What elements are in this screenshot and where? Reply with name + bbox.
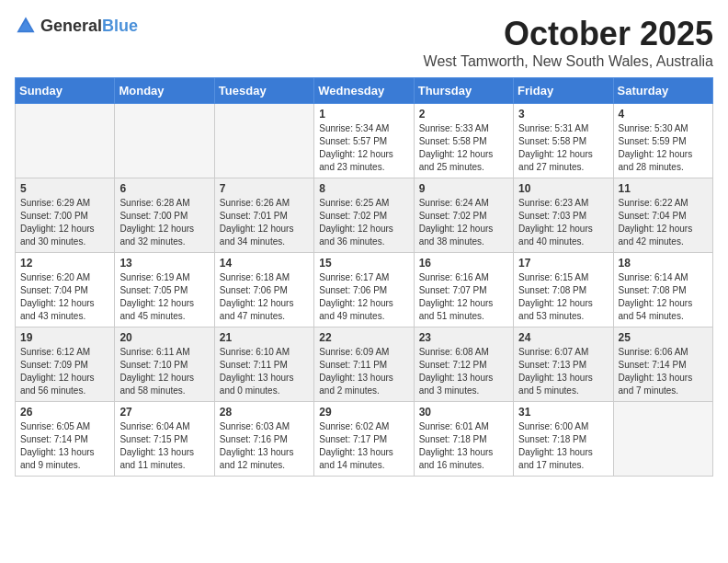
calendar-week-row: 26Sunrise: 6:05 AM Sunset: 7:14 PM Dayli… xyxy=(16,402,713,477)
calendar-cell: 17Sunrise: 6:15 AM Sunset: 7:08 PM Dayli… xyxy=(514,253,613,327)
day-number: 24 xyxy=(518,331,608,344)
day-number: 17 xyxy=(518,257,608,270)
calendar-cell: 5Sunrise: 6:29 AM Sunset: 7:00 PM Daylig… xyxy=(16,178,115,253)
weekday-header-friday: Friday xyxy=(514,78,613,104)
calendar-cell: 18Sunrise: 6:14 AM Sunset: 7:08 PM Dayli… xyxy=(613,253,712,327)
calendar-cell: 23Sunrise: 6:08 AM Sunset: 7:12 PM Dayli… xyxy=(414,327,513,402)
month-title: October 2025 xyxy=(424,15,713,53)
weekday-header-thursday: Thursday xyxy=(414,78,513,104)
day-info: Sunrise: 6:29 AM Sunset: 7:00 PM Dayligh… xyxy=(20,197,109,248)
logo-general: General xyxy=(40,17,102,35)
day-info: Sunrise: 5:30 AM Sunset: 5:59 PM Dayligh… xyxy=(619,122,708,174)
day-number: 18 xyxy=(619,257,708,270)
day-info: Sunrise: 6:18 AM Sunset: 7:06 PM Dayligh… xyxy=(220,271,309,323)
calendar-cell: 6Sunrise: 6:28 AM Sunset: 7:00 PM Daylig… xyxy=(115,178,214,253)
calendar-cell: 26Sunrise: 6:05 AM Sunset: 7:14 PM Dayli… xyxy=(16,402,115,477)
calendar-cell xyxy=(16,104,115,178)
calendar-week-row: 1Sunrise: 5:34 AM Sunset: 5:57 PM Daylig… xyxy=(16,104,713,178)
calendar-cell: 10Sunrise: 6:23 AM Sunset: 7:03 PM Dayli… xyxy=(514,178,613,253)
weekday-header-tuesday: Tuesday xyxy=(214,78,313,104)
weekday-header-row: SundayMondayTuesdayWednesdayThursdayFrid… xyxy=(16,78,713,104)
calendar-cell: 13Sunrise: 6:19 AM Sunset: 7:05 PM Dayli… xyxy=(115,253,214,327)
day-number: 29 xyxy=(319,406,408,419)
day-info: Sunrise: 6:26 AM Sunset: 7:01 PM Dayligh… xyxy=(220,197,309,248)
day-info: Sunrise: 6:03 AM Sunset: 7:16 PM Dayligh… xyxy=(220,420,309,472)
calendar-cell: 30Sunrise: 6:01 AM Sunset: 7:18 PM Dayli… xyxy=(414,402,513,477)
day-info: Sunrise: 6:14 AM Sunset: 7:08 PM Dayligh… xyxy=(619,271,708,323)
day-number: 10 xyxy=(518,182,608,195)
day-info: Sunrise: 6:15 AM Sunset: 7:08 PM Dayligh… xyxy=(518,271,608,323)
calendar-cell: 11Sunrise: 6:22 AM Sunset: 7:04 PM Dayli… xyxy=(613,178,712,253)
day-number: 22 xyxy=(319,331,408,344)
calendar-week-row: 12Sunrise: 6:20 AM Sunset: 7:04 PM Dayli… xyxy=(16,253,713,327)
calendar-table: SundayMondayTuesdayWednesdayThursdayFrid… xyxy=(15,77,713,477)
logo-blue: Blue xyxy=(102,17,138,35)
day-number: 9 xyxy=(419,182,508,195)
calendar-cell: 29Sunrise: 6:02 AM Sunset: 7:17 PM Dayli… xyxy=(314,402,414,477)
day-info: Sunrise: 6:02 AM Sunset: 7:17 PM Dayligh… xyxy=(319,420,408,472)
day-number: 2 xyxy=(419,108,508,121)
calendar-cell: 3Sunrise: 5:31 AM Sunset: 5:58 PM Daylig… xyxy=(514,104,613,178)
calendar-cell: 4Sunrise: 5:30 AM Sunset: 5:59 PM Daylig… xyxy=(613,104,712,178)
calendar-cell: 7Sunrise: 6:26 AM Sunset: 7:01 PM Daylig… xyxy=(214,178,313,253)
calendar-cell: 19Sunrise: 6:12 AM Sunset: 7:09 PM Dayli… xyxy=(16,327,115,402)
calendar-cell: 25Sunrise: 6:06 AM Sunset: 7:14 PM Dayli… xyxy=(613,327,712,402)
day-number: 15 xyxy=(319,257,408,270)
day-info: Sunrise: 6:00 AM Sunset: 7:18 PM Dayligh… xyxy=(518,420,608,472)
logo-icon xyxy=(15,15,37,37)
calendar-cell xyxy=(613,402,712,477)
day-number: 5 xyxy=(20,182,109,195)
day-info: Sunrise: 6:07 AM Sunset: 7:13 PM Dayligh… xyxy=(518,346,608,397)
title-block: October 2025 West Tamworth, New South Wa… xyxy=(424,15,713,70)
day-number: 4 xyxy=(619,108,708,121)
calendar-cell: 2Sunrise: 5:33 AM Sunset: 5:58 PM Daylig… xyxy=(414,104,513,178)
weekday-header-monday: Monday xyxy=(115,78,214,104)
calendar-cell: 24Sunrise: 6:07 AM Sunset: 7:13 PM Dayli… xyxy=(514,327,613,402)
calendar-cell: 12Sunrise: 6:20 AM Sunset: 7:04 PM Dayli… xyxy=(16,253,115,327)
page-header: GeneralBlue October 2025 West Tamworth, … xyxy=(15,15,713,70)
day-info: Sunrise: 6:06 AM Sunset: 7:14 PM Dayligh… xyxy=(619,346,708,397)
calendar-cell: 20Sunrise: 6:11 AM Sunset: 7:10 PM Dayli… xyxy=(115,327,214,402)
day-number: 27 xyxy=(119,406,209,419)
day-number: 3 xyxy=(518,108,608,121)
calendar-cell: 21Sunrise: 6:10 AM Sunset: 7:11 PM Dayli… xyxy=(214,327,313,402)
day-number: 26 xyxy=(20,406,109,419)
calendar-cell: 9Sunrise: 6:24 AM Sunset: 7:02 PM Daylig… xyxy=(414,178,513,253)
day-info: Sunrise: 6:16 AM Sunset: 7:07 PM Dayligh… xyxy=(419,271,508,323)
location-title: West Tamworth, New South Wales, Australi… xyxy=(424,53,713,70)
day-number: 12 xyxy=(20,257,109,270)
day-number: 20 xyxy=(119,331,209,344)
calendar-cell xyxy=(214,104,313,178)
day-number: 8 xyxy=(319,182,408,195)
calendar-cell: 28Sunrise: 6:03 AM Sunset: 7:16 PM Dayli… xyxy=(214,402,313,477)
day-number: 30 xyxy=(419,406,508,419)
day-info: Sunrise: 6:28 AM Sunset: 7:00 PM Dayligh… xyxy=(119,197,209,248)
day-info: Sunrise: 6:23 AM Sunset: 7:03 PM Dayligh… xyxy=(518,197,608,248)
day-number: 23 xyxy=(419,331,508,344)
calendar-week-row: 5Sunrise: 6:29 AM Sunset: 7:00 PM Daylig… xyxy=(16,178,713,253)
day-number: 7 xyxy=(220,182,309,195)
day-number: 6 xyxy=(119,182,209,195)
calendar-cell: 27Sunrise: 6:04 AM Sunset: 7:15 PM Dayli… xyxy=(115,402,214,477)
calendar-cell xyxy=(115,104,214,178)
day-info: Sunrise: 6:04 AM Sunset: 7:15 PM Dayligh… xyxy=(119,420,209,472)
day-info: Sunrise: 5:31 AM Sunset: 5:58 PM Dayligh… xyxy=(518,122,608,174)
weekday-header-sunday: Sunday xyxy=(16,78,115,104)
day-info: Sunrise: 6:17 AM Sunset: 7:06 PM Dayligh… xyxy=(319,271,408,323)
calendar-cell: 22Sunrise: 6:09 AM Sunset: 7:11 PM Dayli… xyxy=(314,327,414,402)
day-number: 21 xyxy=(220,331,309,344)
day-number: 13 xyxy=(119,257,209,270)
calendar-cell: 15Sunrise: 6:17 AM Sunset: 7:06 PM Dayli… xyxy=(314,253,414,327)
calendar-cell: 31Sunrise: 6:00 AM Sunset: 7:18 PM Dayli… xyxy=(514,402,613,477)
day-info: Sunrise: 6:09 AM Sunset: 7:11 PM Dayligh… xyxy=(319,346,408,397)
calendar-cell: 1Sunrise: 5:34 AM Sunset: 5:57 PM Daylig… xyxy=(314,104,414,178)
calendar-week-row: 19Sunrise: 6:12 AM Sunset: 7:09 PM Dayli… xyxy=(16,327,713,402)
logo: GeneralBlue xyxy=(15,15,138,37)
day-info: Sunrise: 6:10 AM Sunset: 7:11 PM Dayligh… xyxy=(220,346,309,397)
day-info: Sunrise: 6:24 AM Sunset: 7:02 PM Dayligh… xyxy=(419,197,508,248)
calendar-cell: 16Sunrise: 6:16 AM Sunset: 7:07 PM Dayli… xyxy=(414,253,513,327)
day-info: Sunrise: 6:20 AM Sunset: 7:04 PM Dayligh… xyxy=(20,271,109,323)
day-number: 14 xyxy=(220,257,309,270)
calendar-cell: 14Sunrise: 6:18 AM Sunset: 7:06 PM Dayli… xyxy=(214,253,313,327)
day-info: Sunrise: 5:34 AM Sunset: 5:57 PM Dayligh… xyxy=(319,122,408,174)
